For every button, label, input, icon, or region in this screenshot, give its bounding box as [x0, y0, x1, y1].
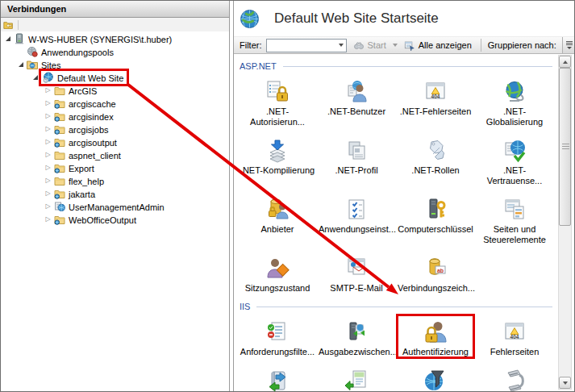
feature-output-caching[interactable]: Ausgabezwischen... [317, 314, 396, 359]
red-highlight-box-default-web-site: ?Default Web Site [41, 71, 127, 84]
tree-item-label: aspnet_client [69, 150, 121, 161]
toolbar-separator [18, 20, 19, 30]
expander-icon[interactable]: ▷ [44, 177, 52, 184]
create-connection-icon[interactable] [3, 19, 14, 30]
toolbar-overflow-button[interactable] [562, 37, 575, 53]
feature-label: .NET-Benutzer [319, 106, 394, 117]
tree-item-server[interactable]: W-WS-HUBER (SYNERGIS\t.huber) [1, 32, 229, 45]
tree-item-label: jakarta [69, 189, 95, 199]
expander-icon[interactable] [17, 62, 24, 67]
tree-item-label: WebOfficeOutput [69, 215, 136, 225]
tree-item-application-pools[interactable]: Anwendungspools [1, 45, 229, 58]
feature-net-globalization[interactable]: .NET-Globalisierung [475, 73, 554, 129]
feature-label: .NET-Vertrauense... [477, 165, 552, 186]
folder-icon [54, 149, 65, 161]
providers-icon [240, 195, 315, 223]
feature-label: .NET-Kompilierung [240, 165, 315, 176]
chevron-down-icon[interactable] [337, 44, 346, 47]
tree-item-export[interactable]: ▷Export [1, 161, 229, 174]
feature-net-trust-levels[interactable]: .NET-Vertrauense... [475, 132, 554, 188]
tree-item-arcgis[interactable]: ▷ArcGIS [1, 84, 229, 97]
feature-view-panel: Default Web Site Startseite Filter: Star… [233, 1, 575, 391]
expander-icon[interactable]: ▷ [44, 126, 52, 132]
svg-text:404: 404 [431, 94, 440, 99]
tree-item-aspnet-client[interactable]: ▷aspnet_client [1, 148, 229, 161]
tree-item-jakarta[interactable]: ▷jakarta [1, 187, 229, 200]
feature-handler-mappings[interactable]: Handlerzuordnun... [238, 362, 317, 391]
tree-item-usermanagementadmin[interactable]: ▷UserManagementAdmin [1, 200, 229, 213]
feature-label: Verbindungszeich... [398, 283, 473, 294]
feature-machine-key[interactable]: Computerschlüssel [396, 191, 475, 247]
connections-panel: Verbindungen W-WS-HUBER (SYNERGIS\t.hube… [1, 1, 230, 391]
feature-providers[interactable]: Anbieter [238, 191, 317, 247]
expander-icon[interactable]: ▷ [44, 203, 52, 210]
scroll-down-button[interactable] [559, 377, 571, 389]
feature-net-profile[interactable]: .NET-Profil [317, 132, 396, 188]
feature-connection-strings[interactable]: abVerbindungszeich... [396, 250, 475, 295]
tree-item-arcgisjobs[interactable]: ▷arcgisjobs [1, 123, 229, 136]
feature-net-authorization[interactable]: .NET-Autorisierun... [238, 73, 317, 129]
expander-icon[interactable]: ▷ [44, 139, 52, 145]
expander-icon[interactable] [31, 75, 39, 80]
feature-net-roles[interactable]: .NET-Rollen [396, 132, 475, 188]
expander-icon[interactable]: ▷ [44, 113, 52, 119]
start-dropdown-icon[interactable] [393, 44, 398, 47]
net-error-pages-icon: 404 [398, 77, 473, 105]
tree-item-arcgisoutput[interactable]: ▷arcgisoutput [1, 136, 229, 148]
net-profile-icon [319, 136, 394, 164]
start-filter-button[interactable]: Start [351, 40, 389, 52]
net-trust-levels-icon [477, 136, 552, 164]
feature-label: Ausgabezwischen... [319, 347, 394, 357]
output-caching-icon [319, 318, 394, 345]
feature-application-settings[interactable]: Anwendungseinst... [317, 191, 396, 247]
feature-session-state[interactable]: Sitzungszustand [238, 250, 317, 295]
tree-item-default-web-site[interactable]: ?Default Web Site [1, 71, 229, 84]
feature-net-compilation[interactable]: .NET-Kompilierung [238, 132, 317, 188]
feature-compression[interactable]: Komprimierung [475, 362, 554, 391]
filter-label: Filter: [240, 40, 262, 50]
expander-icon[interactable]: ▷ [44, 190, 52, 197]
virtual-directory-icon [54, 136, 65, 148]
vertical-scrollbar[interactable] [558, 55, 572, 390]
feature-smtp-email[interactable]: SMTP-E-Mail [317, 250, 396, 295]
feature-pages-and-controls[interactable]: Seiten und Steuerelemente [475, 191, 554, 247]
feature-error-pages[interactable]: 404Fehlerseiten [475, 314, 554, 359]
feature-request-filtering[interactable]: Anforderungsfilte... [238, 314, 317, 359]
smtp-email-icon [319, 254, 394, 281]
expander-icon[interactable]: ▷ [44, 87, 52, 94]
show-all-button[interactable]: Alle anzeigen [402, 40, 474, 52]
expander-icon[interactable]: ▷ [44, 165, 52, 171]
feature-authentication[interactable]: Authentifizierung [396, 314, 475, 359]
show-all-label: Alle anzeigen [419, 40, 472, 50]
feature-http-response-headers[interactable]: HTTP-Antworthea... [317, 362, 396, 391]
tree-item-arcgiscache[interactable]: ▷arcgiscache [1, 97, 229, 110]
feature-label: Authentifizierung [398, 347, 473, 357]
tree-item-arcgisindex[interactable]: ▷arcgisindex [1, 110, 229, 123]
feature-net-users[interactable]: .NET-Benutzer [317, 73, 396, 129]
isapi-filters-icon [398, 366, 473, 391]
tree-item-flex-help[interactable]: ▷flex_help [1, 174, 229, 187]
feature-toolbar: Filter: Start Alle anzeigen Gruppieren n… [234, 36, 575, 54]
tree-item-webofficeoutput[interactable]: ▷WebOfficeOutput [1, 213, 229, 226]
http-response-headers-icon [319, 366, 394, 391]
connections-tree: W-WS-HUBER (SYNERGIS\t.huber) Anwendungs… [1, 31, 229, 226]
scroll-up-button[interactable] [559, 56, 571, 68]
feature-label: Fehlerseiten [477, 347, 552, 357]
authentication-icon [398, 318, 473, 345]
tree-item-sites[interactable]: Sites [1, 58, 229, 71]
expander-icon[interactable]: ▷ [44, 152, 52, 158]
feature-isapi-filters[interactable]: ISAPI-Filter [396, 362, 475, 391]
net-compilation-icon [240, 136, 315, 164]
feature-label: Sitzungszustand [240, 283, 315, 294]
expander-icon[interactable] [4, 36, 11, 41]
filter-input[interactable] [267, 40, 337, 51]
expander-icon[interactable]: ▷ [44, 216, 52, 223]
group-by-label: Gruppieren nach: [488, 40, 556, 50]
feature-net-error-pages[interactable]: 404.NET-Fehlerseiten [396, 73, 475, 129]
filter-combo[interactable] [266, 39, 347, 52]
expander-icon[interactable]: ▷ [44, 100, 52, 106]
scrollbar-thumb[interactable] [559, 68, 571, 226]
folder-icon [54, 85, 65, 96]
folder-icon [54, 175, 65, 186]
website-icon: ? [43, 72, 54, 83]
